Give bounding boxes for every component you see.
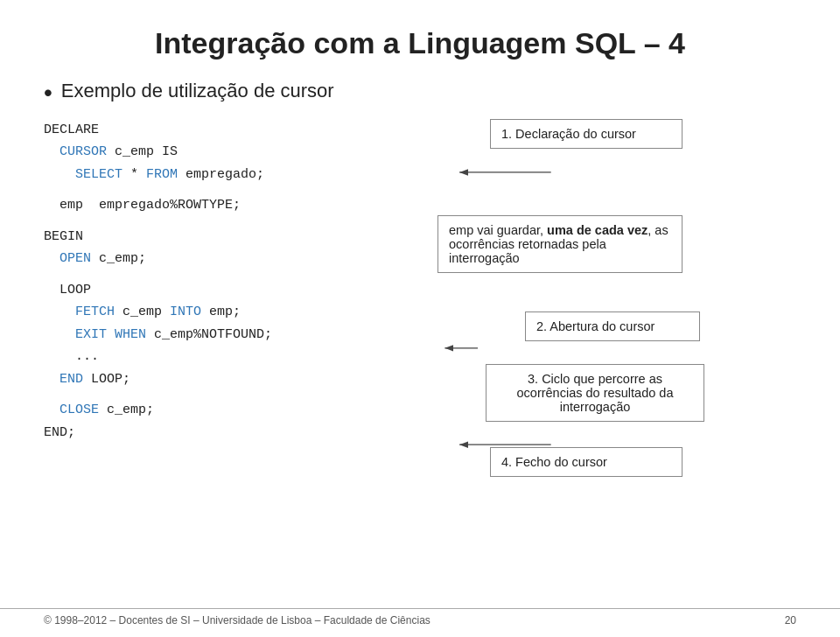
code-exit: EXIT WHEN c_emp%NOTFOUND; — [44, 324, 411, 346]
code-close: CLOSE c_emp; — [44, 399, 411, 422]
annotation-3-text: 2. Abertura do cursor — [536, 319, 654, 333]
loop-label: LOOP — [60, 283, 91, 298]
footer-left: © 1998–2012 – Docentes de SI – Universid… — [44, 614, 430, 626]
code-cursor-keyword: CURSOR — [60, 144, 107, 159]
code-loop: LOOP — [44, 279, 411, 302]
code-into-rest: emp; — [209, 304, 241, 319]
code-open-keyword: OPEN — [60, 251, 91, 266]
code-block: DECLARE CURSOR c_emp IS SELECT * FROM em… — [44, 119, 411, 522]
end-loop-text: LOOP; — [91, 372, 130, 387]
annotation-4-text: 3. Ciclo que percorre as ocorrências do … — [517, 372, 674, 414]
annotations-area: 1. Declaração do cursor emp vai guardar,… — [438, 119, 796, 522]
bullet-point: • Exemplo de utilização de cursor — [44, 80, 796, 107]
bullet-dot: • — [44, 80, 52, 107]
end-label: END; — [44, 425, 75, 440]
code-end: END; — [44, 422, 411, 444]
code-select-line: SELECT * FROM empregado; — [44, 164, 411, 186]
bullet-text: Exemplo de utilização de cursor — [61, 80, 334, 102]
code-select-rest: * — [130, 167, 146, 182]
declare-label: DECLARE — [44, 122, 99, 137]
code-emp-text: emp empregado%ROWTYPE; — [60, 198, 241, 213]
code-close-rest: c_emp; — [107, 402, 154, 417]
annotation-box-5: 4. Fecho do cursor — [490, 447, 682, 477]
code-dots-text: ... — [75, 349, 99, 364]
annotation-2-bold: uma de cada vez — [547, 223, 648, 237]
slide-title: Integração com a Linguagem SQL – 4 — [44, 26, 796, 60]
footer: © 1998–2012 – Docentes de SI – Universid… — [0, 608, 840, 626]
code-cursor-rest: c_emp IS — [115, 144, 178, 159]
code-end-loop-keyword: END — [60, 372, 83, 387]
code-fetch: FETCH c_emp INTO emp; — [44, 301, 411, 324]
annotation-5-text: 4. Fecho do cursor — [501, 455, 607, 469]
code-emp-line: emp empregado%ROWTYPE; — [44, 194, 411, 217]
code-when-rest: c_emp%NOTFOUND; — [154, 327, 272, 342]
code-select-keyword: SELECT — [75, 167, 122, 182]
annotation-1-text: 1. Declaração do cursor — [501, 127, 636, 141]
code-open: OPEN c_emp; — [44, 248, 411, 270]
annotation-box-1: 1. Declaração do cursor — [490, 119, 682, 149]
footer-right: 20 — [785, 614, 796, 626]
code-dots: ... — [44, 346, 411, 368]
code-from-keyword: FROM — [146, 167, 178, 182]
annotation-box-4: 3. Ciclo que percorre as ocorrências do … — [486, 364, 704, 422]
code-end-loop: END LOOP; — [44, 368, 411, 391]
code-begin: BEGIN — [44, 226, 411, 248]
code-into-keyword: INTO — [170, 304, 201, 319]
annotation-box-2: emp vai guardar, uma de cada vez, as oco… — [438, 215, 682, 273]
code-fetch-rest: c_emp — [122, 304, 170, 319]
code-from-table: empregado; — [186, 167, 264, 182]
annotation-box-3: 2. Abertura do cursor — [525, 312, 700, 341]
code-cursor-line: CURSOR c_emp IS — [44, 141, 411, 164]
code-declare: DECLARE — [44, 119, 411, 142]
code-when-keyword: WHEN — [115, 327, 146, 342]
content-area: DECLARE CURSOR c_emp IS SELECT * FROM em… — [44, 119, 796, 522]
begin-label: BEGIN — [44, 229, 83, 244]
code-exit-keyword: EXIT — [75, 327, 107, 342]
annotation-2-text: emp vai guardar, uma de cada vez, as oco… — [449, 223, 668, 265]
slide: Integração com a Linguagem SQL – 4 • Exe… — [0, 0, 840, 637]
code-fetch-keyword: FETCH — [75, 304, 115, 319]
code-open-rest: c_emp; — [99, 251, 146, 266]
code-close-keyword: CLOSE — [60, 402, 99, 417]
